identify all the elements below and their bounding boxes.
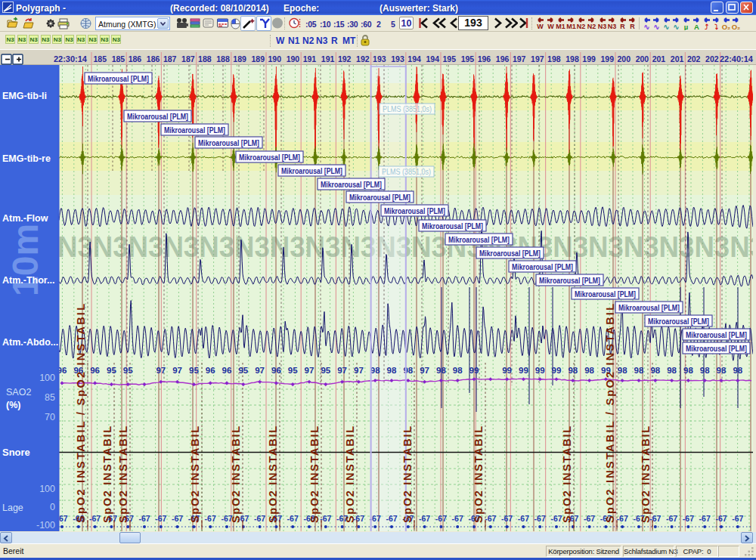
svg-text:199: 199 — [582, 54, 596, 63]
svg-text:SpO2 INSTABIL / SpO2 INSTABIL: SpO2 INSTABIL / SpO2 INSTABIL — [75, 304, 87, 523]
svg-text:189: 189 — [251, 54, 265, 63]
svg-text:Snore: Snore — [2, 447, 30, 458]
svg-text:193: 193 — [373, 54, 386, 63]
svg-text:Mikroarousal [PLM]: Mikroarousal [PLM] — [479, 249, 541, 258]
svg-text:N2: N2 — [577, 23, 586, 30]
svg-text:N3: N3 — [608, 23, 617, 30]
svg-text:SpO2 INSTABIL / SpO2 INSTABIL: SpO2 INSTABIL / SpO2 INSTABIL — [604, 304, 616, 523]
svg-text:SpO2 INSTABIL: SpO2 INSTABIL — [561, 426, 573, 523]
svg-text:Mikroarousal [PLM]: Mikroarousal [PLM] — [281, 166, 342, 175]
svg-text:M1: M1 — [566, 23, 576, 30]
svg-text:Mikroarousal [PLM]: Mikroarousal [PLM] — [575, 289, 636, 299]
svg-text:R: R — [620, 23, 625, 30]
svg-text:PLMS (3851,0s): PLMS (3851,0s) — [383, 104, 432, 113]
svg-text:98: 98 — [387, 366, 397, 375]
svg-text:-67: -67 — [699, 514, 711, 523]
svg-text:A: A — [694, 23, 699, 31]
svg-text:97: 97 — [255, 366, 265, 375]
svg-text:EMG-tib-re: EMG-tib-re — [2, 153, 51, 164]
svg-text:98: 98 — [618, 366, 627, 375]
svg-text:-100: -100 — [36, 520, 55, 531]
svg-text:SpO2 INSTABIL: SpO2 INSTABIL — [101, 426, 113, 523]
svg-text:-67: -67 — [518, 514, 529, 523]
svg-text:97: 97 — [172, 366, 182, 375]
svg-text:-67: -67 — [534, 514, 546, 523]
svg-text:190: 190 — [287, 54, 300, 63]
svg-text:98: 98 — [453, 366, 463, 375]
svg-text:Mikroarousal [PLM]: Mikroarousal [PLM] — [88, 74, 149, 83]
svg-text:-67: -67 — [138, 514, 150, 523]
svg-text:∿: ∿ — [664, 23, 670, 31]
svg-text:Mikroarousal [PLM]: Mikroarousal [PLM] — [512, 262, 573, 271]
svg-text:201: 201 — [652, 54, 666, 63]
svg-text:SpO2 INSTABIL: SpO2 INSTABIL — [401, 426, 414, 523]
svg-text:Atm.-Flow: Atm.-Flow — [2, 213, 48, 224]
svg-text:O₂: O₂ — [732, 23, 741, 31]
svg-text:197: 197 — [513, 54, 526, 63]
svg-text:191: 191 — [303, 54, 317, 63]
svg-text:(%): (%) — [6, 400, 20, 410]
svg-text:µ: µ — [684, 23, 688, 31]
svg-text:189: 189 — [233, 54, 246, 63]
svg-text:SAO2: SAO2 — [6, 387, 31, 398]
svg-text:96: 96 — [90, 366, 100, 375]
svg-text:-67: -67 — [732, 514, 743, 523]
svg-text:SpO2 INSTABIL: SpO2 INSTABIL — [344, 426, 356, 523]
svg-text:Mikroarousal [PLM]: Mikroarousal [PLM] — [648, 317, 709, 326]
svg-text:97: 97 — [420, 366, 429, 375]
svg-text:W: W — [547, 23, 554, 30]
svg-text:N3: N3 — [597, 23, 606, 30]
svg-text:N2: N2 — [587, 23, 596, 30]
svg-text:Mikroarousal [PLM]: Mikroarousal [PLM] — [686, 330, 747, 339]
svg-text:-67: -67 — [287, 514, 299, 523]
svg-text:98: 98 — [584, 366, 594, 375]
svg-text:99: 99 — [502, 366, 512, 375]
svg-text:SpO2 INSTABIL: SpO2 INSTABIL — [472, 426, 485, 523]
svg-text:198: 198 — [565, 54, 579, 63]
svg-text:SpO2 INSTABIL: SpO2 INSTABIL — [117, 426, 129, 523]
svg-text:22:40:14: 22:40:14 — [720, 54, 754, 63]
svg-text:Atm.-Abdo...: Atm.-Abdo... — [2, 337, 58, 348]
svg-text:185: 185 — [94, 54, 107, 63]
svg-text:-67: -67 — [666, 514, 677, 523]
svg-text:186: 186 — [147, 54, 160, 63]
svg-text:-67: -67 — [584, 514, 595, 523]
svg-text:-67: -67 — [419, 514, 430, 523]
svg-text:SpO2 INSTABIL: SpO2 INSTABIL — [189, 426, 201, 523]
svg-text:Mikroarousal [PLM]: Mikroarousal [PLM] — [618, 303, 680, 312]
svg-text:N3N3N3N3N3N3N3N3N3N3N3N3N3N3N3: N3N3N3N3N3N3N3N3N3N3N3N3N3N3N3N3N3N3N3N3 — [57, 230, 756, 263]
svg-text:Mikroarousal [PLM]: Mikroarousal [PLM] — [448, 235, 510, 244]
svg-text:198: 198 — [547, 54, 561, 63]
svg-text:∿: ∿ — [654, 23, 660, 31]
svg-text:99: 99 — [469, 366, 479, 375]
svg-text:98: 98 — [370, 366, 380, 375]
svg-text:197: 197 — [531, 54, 544, 63]
svg-text:194: 194 — [407, 54, 421, 63]
svg-text:98: 98 — [667, 366, 677, 375]
svg-text:98: 98 — [700, 366, 710, 375]
svg-text:97: 97 — [337, 366, 347, 375]
svg-text:200: 200 — [618, 54, 631, 63]
svg-text:194: 194 — [426, 54, 439, 63]
svg-text:SpO2 INSTABIL: SpO2 INSTABIL — [640, 426, 652, 523]
svg-text:192: 192 — [356, 54, 370, 63]
svg-text:R: R — [631, 23, 636, 30]
svg-text:195: 195 — [443, 54, 457, 63]
svg-text:100: 100 — [39, 373, 55, 383]
svg-text:85: 85 — [45, 392, 55, 403]
svg-text:Mikroarousal [PLM]: Mikroarousal [PLM] — [239, 153, 300, 162]
svg-text:195: 195 — [461, 54, 475, 63]
svg-text:-67: -67 — [485, 514, 496, 523]
svg-text:199: 199 — [600, 54, 614, 63]
svg-text:-67: -67 — [155, 514, 166, 523]
svg-text:98: 98 — [683, 366, 693, 375]
svg-text:∿: ∿ — [644, 23, 650, 31]
svg-text:-67: -67 — [89, 514, 101, 523]
svg-text:95: 95 — [321, 366, 330, 375]
svg-text:Mikroarousal [PLM]: Mikroarousal [PLM] — [164, 125, 225, 135]
svg-text:96: 96 — [271, 366, 281, 375]
svg-text:Mikroarousal [PLM]: Mikroarousal [PLM] — [539, 276, 600, 285]
svg-text:⤴: ⤴ — [705, 23, 708, 31]
svg-text:-67: -67 — [435, 514, 447, 523]
svg-text:95: 95 — [238, 366, 248, 375]
